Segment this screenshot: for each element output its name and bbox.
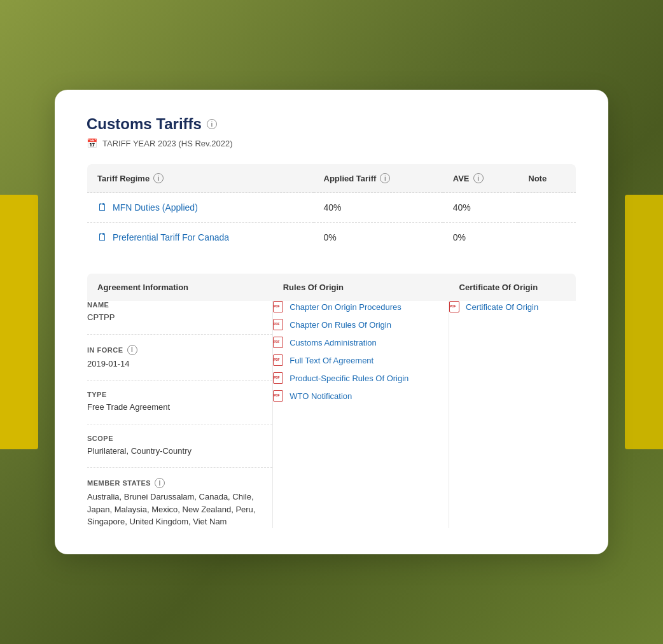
pdf-icon-3	[273, 354, 284, 366]
col-header-rules-of-origin: Rules Of Origin	[273, 274, 449, 302]
field-type: TYPE Free Trade Agreement	[87, 391, 272, 424]
regime-cell-1: 🗒 Preferential Tariff For Canada	[87, 223, 314, 253]
agreement-info-column: NAME CPTPP IN FORCE i 2019-01-14	[87, 301, 273, 528]
preferential-tariff-link[interactable]: 🗒 Preferential Tariff For Canada	[97, 232, 304, 243]
agreement-main-row: NAME CPTPP IN FORCE i 2019-01-14	[87, 301, 576, 528]
table-row: 🗒 Preferential Tariff For Canada 0% 0%	[87, 223, 576, 253]
mfn-duties-link[interactable]: 🗒 MFN Duties (Applied)	[97, 202, 304, 213]
field-member-states: MEMBER STATES i Australia, Brunei Daruss…	[87, 478, 272, 528]
main-card: Customs Tariffs i 📅 TARIFF YEAR 2023 (HS…	[55, 90, 608, 554]
field-label-name: NAME	[87, 301, 272, 309]
yellow-accent-right	[625, 195, 663, 449]
field-scope: SCOPE Plurilateral, Country-Country	[87, 435, 272, 468]
regime-cell-0: 🗒 MFN Duties (Applied)	[87, 193, 314, 223]
pdf-icon-cert	[449, 301, 461, 312]
field-label-scope: SCOPE	[87, 435, 272, 442]
col-header-note: Note	[518, 164, 576, 193]
tariff-table: Tariff Regime i Applied Tariff i AVE	[87, 164, 576, 253]
pdf-icon-2	[273, 337, 284, 348]
ave-cell-0: 40%	[443, 193, 519, 223]
field-value-in-force: 2019-01-14	[87, 358, 272, 370]
page-title-info-icon[interactable]: i	[207, 119, 217, 129]
applied-info-icon[interactable]: i	[380, 173, 390, 183]
field-value-scope: Plurilateral, Country-Country	[87, 445, 272, 458]
field-value-name: CPTPP	[87, 311, 272, 324]
pdf-icon-5	[273, 390, 284, 402]
product-specific-rules-link[interactable]: Product-Specific Rules Of Origin	[273, 372, 449, 384]
pdf-icon-1	[273, 319, 284, 330]
tariff-year-label: TARIFF YEAR 2023 (HS Rev.2022)	[102, 139, 232, 148]
pdf-icon-0	[273, 301, 284, 312]
doc-icon: 🗒	[97, 202, 108, 213]
field-label-type: TYPE	[87, 391, 272, 398]
applied-cell-0: 40%	[314, 193, 443, 223]
customs-administration-link[interactable]: Customs Administration	[273, 337, 449, 348]
col-header-applied: Applied Tariff i	[314, 164, 443, 193]
col-header-agreement-info: Agreement Information	[87, 274, 273, 302]
col-header-regime: Tariff Regime i	[87, 164, 314, 193]
field-in-force: IN FORCE i 2019-01-14	[87, 345, 272, 381]
rules-of-origin-column: Chapter On Origin Procedures Chapter On …	[273, 301, 449, 528]
regime-info-icon[interactable]: i	[153, 173, 164, 183]
certificate-of-origin-column: Certificate Of Origin	[449, 301, 576, 528]
field-name: NAME CPTPP	[87, 301, 272, 335]
ave-cell-1: 0%	[443, 223, 519, 253]
in-force-info-icon[interactable]: i	[127, 345, 137, 355]
background-wrapper: Customs Tariffs i 📅 TARIFF YEAR 2023 (HS…	[0, 0, 663, 644]
pdf-icon-4	[273, 372, 284, 384]
certificate-of-origin-link[interactable]: Certificate Of Origin	[449, 301, 576, 312]
note-cell-1	[518, 223, 576, 253]
calendar-icon: 📅	[87, 138, 97, 148]
applied-cell-1: 0%	[314, 223, 443, 253]
wto-notification-link[interactable]: WTO Notification	[273, 390, 449, 402]
field-label-in-force: IN FORCE i	[87, 345, 272, 355]
ave-info-icon[interactable]: i	[473, 173, 484, 183]
field-label-member-states: MEMBER STATES i	[87, 478, 272, 488]
full-text-agreement-link[interactable]: Full Text Of Agreement	[273, 354, 449, 366]
yellow-accent-left	[0, 195, 38, 449]
tariff-year-row: 📅 TARIFF YEAR 2023 (HS Rev.2022)	[87, 138, 576, 148]
note-cell-0	[518, 193, 576, 223]
field-value-type: Free Trade Agreement	[87, 401, 272, 414]
col-header-certificate-of-origin: Certificate Of Origin	[449, 274, 576, 302]
col-header-ave: AVE i	[443, 164, 519, 193]
member-states-info-icon[interactable]: i	[155, 478, 165, 488]
page-title-row: Customs Tariffs i	[87, 115, 576, 133]
page-title: Customs Tariffs	[87, 115, 202, 133]
chapter-origin-procedures-link[interactable]: Chapter On Origin Procedures	[273, 301, 449, 312]
agreement-table: Agreement Information Rules Of Origin Ce…	[87, 273, 576, 529]
chapter-rules-of-origin-link[interactable]: Chapter On Rules Of Origin	[273, 319, 449, 330]
table-row: 🗒 MFN Duties (Applied) 40% 40%	[87, 193, 576, 223]
field-value-member-states: Australia, Brunei Darussalam, Canada, Ch…	[87, 491, 272, 528]
doc-icon: 🗒	[97, 232, 108, 243]
